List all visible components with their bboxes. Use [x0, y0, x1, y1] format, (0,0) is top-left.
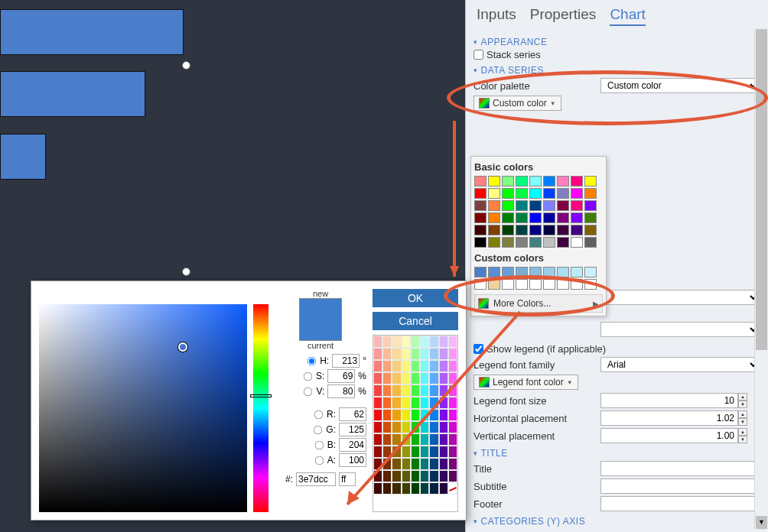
spin-up-icon[interactable]: ▲: [738, 410, 747, 418]
color-swatch[interactable]: [557, 267, 569, 277]
ok-button[interactable]: OK: [373, 289, 458, 307]
bar-2[interactable]: [0, 71, 145, 117]
color-swatch[interactable]: [429, 421, 438, 433]
color-swatch[interactable]: [502, 225, 514, 235]
spin-down-icon[interactable]: ▼: [738, 418, 747, 426]
show-legend-checkbox[interactable]: [473, 344, 483, 354]
color-swatch[interactable]: [502, 176, 514, 187]
color-swatch[interactable]: [420, 433, 429, 446]
color-swatch[interactable]: [429, 458, 438, 470]
color-swatch[interactable]: [382, 360, 392, 372]
color-swatch[interactable]: [392, 458, 401, 470]
color-swatch[interactable]: [392, 470, 401, 482]
color-swatch[interactable]: [448, 348, 457, 360]
color-swatch[interactable]: [411, 470, 420, 482]
color-swatch[interactable]: [543, 200, 555, 211]
color-swatch[interactable]: [439, 482, 448, 495]
color-swatch[interactable]: [584, 237, 597, 248]
color-swatch[interactable]: [543, 237, 555, 248]
color-swatch[interactable]: [474, 200, 487, 211]
radio-r[interactable]: [314, 410, 324, 419]
color-swatch[interactable]: [411, 433, 420, 446]
radio-h[interactable]: [308, 356, 317, 365]
radio-g[interactable]: [314, 425, 323, 434]
color-swatch[interactable]: [429, 360, 438, 372]
color-swatch[interactable]: [584, 225, 597, 235]
spin-up-icon[interactable]: ▲: [738, 393, 747, 401]
h-input[interactable]: [332, 354, 360, 368]
radio-b[interactable]: [314, 440, 324, 449]
color-swatch[interactable]: [420, 409, 429, 421]
color-swatch[interactable]: [373, 433, 382, 446]
legend-font-size-input[interactable]: [600, 393, 738, 408]
color-swatch[interactable]: [392, 336, 401, 348]
color-swatch[interactable]: [373, 372, 382, 384]
color-swatch[interactable]: [373, 482, 382, 495]
color-swatch[interactable]: [411, 446, 420, 458]
color-swatch[interactable]: [571, 267, 583, 277]
color-swatch[interactable]: [488, 279, 500, 290]
color-swatch[interactable]: [502, 212, 514, 223]
sv-picker[interactable]: [39, 304, 247, 512]
spin-down-icon[interactable]: ▼: [738, 401, 747, 408]
color-swatch[interactable]: [516, 200, 528, 211]
color-swatch[interactable]: [392, 409, 401, 421]
alpha-hex-input[interactable]: [339, 472, 356, 486]
color-swatch[interactable]: [420, 482, 429, 495]
hex-input[interactable]: [296, 472, 336, 486]
color-swatch[interactable]: [474, 237, 487, 248]
color-swatch[interactable]: [439, 458, 448, 470]
color-swatch[interactable]: [439, 409, 448, 421]
color-swatch[interactable]: [382, 470, 392, 482]
color-swatch[interactable]: [382, 446, 392, 458]
color-swatch[interactable]: [382, 433, 392, 446]
color-swatch[interactable]: [411, 384, 420, 397]
color-swatch[interactable]: [516, 267, 528, 277]
color-swatch[interactable]: [382, 421, 392, 433]
color-swatch[interactable]: [488, 212, 500, 223]
color-swatch[interactable]: [584, 188, 597, 199]
color-swatch[interactable]: [516, 237, 528, 248]
title-input[interactable]: [600, 461, 760, 476]
color-swatch[interactable]: [516, 212, 528, 223]
color-swatch[interactable]: [411, 482, 420, 495]
no-color-swatch[interactable]: [448, 482, 457, 495]
color-swatch[interactable]: [529, 176, 542, 187]
color-palette-select[interactable]: Custom color: [600, 78, 760, 93]
color-swatch[interactable]: [429, 470, 438, 482]
r-input[interactable]: [339, 407, 366, 421]
color-swatch[interactable]: [448, 360, 457, 372]
v-input[interactable]: [327, 384, 355, 398]
color-swatch[interactable]: [557, 237, 569, 248]
color-swatch[interactable]: [392, 348, 401, 360]
color-swatch[interactable]: [402, 458, 411, 470]
color-swatch[interactable]: [392, 482, 401, 495]
color-swatch[interactable]: [557, 212, 569, 223]
color-swatch[interactable]: [439, 384, 448, 397]
color-swatch[interactable]: [420, 336, 429, 348]
hidden-select-1[interactable]: [600, 290, 760, 305]
color-swatch[interactable]: [429, 482, 438, 495]
color-swatch[interactable]: [429, 372, 438, 384]
color-swatch[interactable]: [584, 212, 597, 223]
color-swatch[interactable]: [448, 433, 457, 446]
section-appearance[interactable]: APPEARANCE: [473, 37, 760, 47]
selection-handle[interactable]: [182, 61, 190, 70]
radio-a[interactable]: [314, 456, 324, 465]
color-swatch[interactable]: [439, 372, 448, 384]
scrollbar-thumb[interactable]: [756, 29, 767, 350]
subtitle-input[interactable]: [600, 478, 760, 494]
color-swatch[interactable]: [373, 421, 382, 433]
color-swatch[interactable]: [557, 188, 569, 199]
color-swatch[interactable]: [571, 225, 583, 235]
color-swatch[interactable]: [529, 225, 542, 235]
color-swatch[interactable]: [439, 348, 448, 360]
color-swatch[interactable]: [373, 458, 382, 470]
color-swatch[interactable]: [402, 433, 411, 446]
color-swatch[interactable]: [571, 200, 583, 211]
color-swatch[interactable]: [516, 279, 528, 290]
cancel-button[interactable]: Cancel: [373, 312, 458, 330]
color-swatch[interactable]: [402, 409, 411, 421]
color-swatch[interactable]: [373, 409, 382, 421]
color-swatch[interactable]: [402, 421, 411, 433]
